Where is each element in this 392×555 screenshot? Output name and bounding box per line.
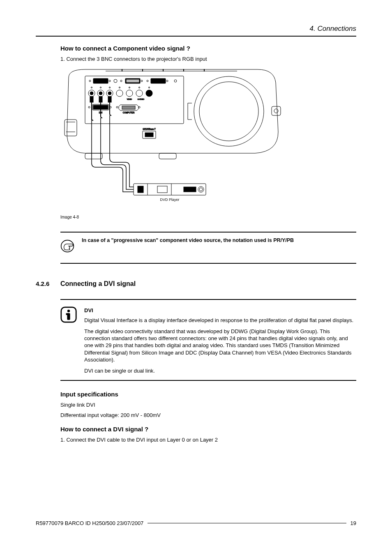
section-title-dvi: Connecting a DVI signal <box>60 280 136 288</box>
svg-rect-48 <box>122 106 135 109</box>
header-rule <box>36 36 356 37</box>
definition-p3: DVI can be single or dual link. <box>84 367 356 374</box>
note-text: In case of a "progressive scan" componen… <box>82 237 356 243</box>
definition-p1: Digital Visual Interface is a display in… <box>84 317 356 324</box>
page-footer: R59770079 BARCO ID H250/500 23/07/2007 1… <box>36 520 356 526</box>
heading-component-video: How to connect a Component video signal … <box>60 45 356 52</box>
svg-rect-15 <box>93 78 108 83</box>
note-progressive-scan: In case of a "progressive scan" componen… <box>60 232 356 264</box>
definition-p2: The digital video connectivity standard … <box>84 328 356 363</box>
page-header-chapter: 4. Connections <box>36 25 356 33</box>
section-number: 4.2.6 <box>36 280 53 287</box>
svg-rect-20 <box>126 79 139 83</box>
svg-rect-61 <box>138 186 143 193</box>
svg-point-29 <box>99 92 102 95</box>
info-icon <box>60 306 77 325</box>
svg-rect-56 <box>145 133 153 137</box>
svg-rect-72 <box>66 313 69 315</box>
svg-text:VIDEO: VIDEO <box>127 98 132 100</box>
step-1-component: 1. Connect the 3 BNC connectors to the p… <box>60 56 356 62</box>
svg-text:S-VIDEO: S-VIDEO <box>138 98 144 100</box>
svg-rect-59 <box>108 97 111 102</box>
svg-rect-8 <box>85 153 102 159</box>
svg-point-35 <box>146 90 152 97</box>
definition-block-dvi: DVI Digital Visual Interface is a displa… <box>60 299 356 381</box>
definition-term: DVI <box>84 307 356 313</box>
heading-input-specs: Input specifications <box>60 391 356 398</box>
figure-caption: Image 4-8 <box>60 215 356 219</box>
spec-line-1: Single link DVI <box>60 402 356 408</box>
spec-line-2: Differential input voltage: 200 mV - 800… <box>60 412 356 418</box>
heading-how-dvi: How to connect a DVI signal ? <box>60 426 356 433</box>
footer-docref: R59770079 BARCO ID H250/500 23/07/2007 <box>36 520 143 526</box>
svg-point-31 <box>108 92 111 95</box>
footer-rule <box>148 523 346 523</box>
svg-rect-65 <box>184 187 196 192</box>
svg-point-6 <box>194 76 264 146</box>
figure-component-wiring: DVI COMPUTER VIDEO S-VIDEO 10/100Base-T <box>60 66 282 214</box>
svg-text:10/100Base-T: 10/100Base-T <box>143 128 155 130</box>
projector-diagram-svg: DVI COMPUTER VIDEO S-VIDEO 10/100Base-T <box>60 66 282 214</box>
svg-text:COMPUTER: COMPUTER <box>123 111 135 114</box>
pointing-hand-icon <box>60 239 74 255</box>
svg-point-12 <box>274 109 278 113</box>
footer-page-number: 19 <box>350 520 356 526</box>
svg-point-27 <box>90 92 93 95</box>
svg-rect-23 <box>151 78 166 83</box>
svg-point-70 <box>67 310 70 312</box>
svg-point-7 <box>199 82 258 141</box>
svg-rect-58 <box>99 97 102 102</box>
svg-rect-9 <box>159 153 176 159</box>
svg-rect-11 <box>272 106 281 115</box>
dvd-player-label: DVD Player <box>160 198 179 202</box>
svg-rect-57 <box>90 97 93 102</box>
step-1-dvi: 1. Connect the DVI cable to the DVI inpu… <box>60 437 356 443</box>
